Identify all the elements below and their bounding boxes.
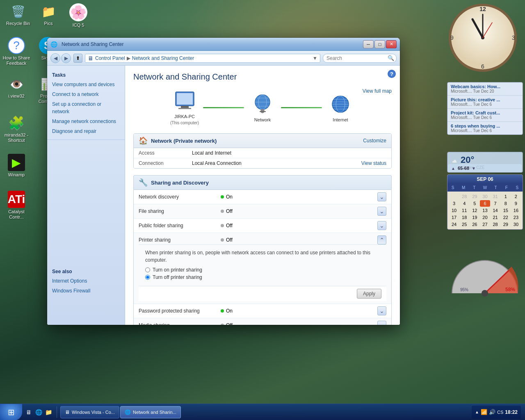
up-button[interactable]: ⬆ <box>73 54 82 63</box>
taskbar-btn-network-sharing[interactable]: 🌐 Network and Sharin... <box>120 406 181 418</box>
media-sharing-value: Off <box>226 322 233 325</box>
desktop-icon-feedback[interactable]: ? How to Share Feedback <box>2 37 31 66</box>
printer-sharing-label: Printer sharing <box>139 237 221 243</box>
svg-point-12 <box>482 290 488 297</box>
desktop-icon-recycle-bin[interactable]: 🗑️ Recycle Bin <box>3 3 33 26</box>
ie-icon[interactable]: 🌐 <box>34 408 43 416</box>
folder-icon[interactable]: 📁 <box>44 408 52 416</box>
turn-off-printer-label: Turn off printer sharing <box>153 274 202 280</box>
sidebar-link-diagnose[interactable]: Diagnose and repair <box>47 126 125 136</box>
help-button[interactable]: ? <box>388 70 396 78</box>
news-item-1[interactable]: Webcam basics: How... Microsoft.... Tue … <box>447 82 523 96</box>
news-title-1: Webcam basics: How... <box>451 84 519 89</box>
winamp-label: Winamp <box>8 172 25 178</box>
news-item-2[interactable]: Picture this: creative ... Microsoft....… <box>447 96 523 109</box>
turn-off-printer-sharing-option[interactable]: Turn off printer sharing <box>145 274 380 280</box>
main-content: ? Network and Sharing Center View full m… <box>125 66 400 325</box>
search-input[interactable] <box>323 54 397 63</box>
turn-on-printer-sharing-option[interactable]: Turn on printer sharing <box>145 267 380 273</box>
password-protected-value: On <box>226 308 233 314</box>
tray-time: 18:22 <box>505 409 518 415</box>
sidebar-link-connect[interactable]: Connect to a network <box>47 89 125 99</box>
taskbar-right: ▲ 📶 🔊 CS 18:22 <box>468 406 525 419</box>
password-protected-label: Password protected sharing <box>139 308 221 314</box>
svg-rect-25 <box>261 109 264 111</box>
connection-row: Connection Local Area Connection View st… <box>134 158 391 168</box>
clock-widget: 12 3 6 9 <box>447 2 523 78</box>
desktop-icon-ati[interactable]: ATi Catalyst Contr... <box>2 191 31 220</box>
printer-sharing-collapse[interactable]: ⌄ <box>377 235 386 244</box>
maximize-button[interactable]: □ <box>374 40 385 48</box>
file-sharing-row: File sharing Off ⌄ <box>134 204 391 219</box>
printer-sharing-header: Printer sharing Off ⌄ <box>139 235 386 244</box>
taskbar-buttons: 🖥 Windows Vista - Co... 🌐 Network and Sh… <box>59 406 468 418</box>
icq-label: ICQ 5 <box>73 23 84 28</box>
window-controls: ─ □ ✕ <box>363 40 397 48</box>
sidebar-link-manage[interactable]: Manage network connections <box>47 116 125 126</box>
show-desktop-icon[interactable]: 🖥 <box>25 408 33 416</box>
sidebar-link-setup[interactable]: Set up a connection or network <box>47 99 125 116</box>
winamp-icon: ▶ <box>8 154 25 171</box>
file-sharing-dot <box>221 210 224 213</box>
network-map: JIRKA-PC (This computer) <box>133 88 392 125</box>
apply-button[interactable]: Apply <box>357 289 381 299</box>
taskbar-btn-vista-icon: 🖥 <box>65 409 70 415</box>
customize-link[interactable]: Customize <box>363 138 386 144</box>
desktop-icon-pics[interactable]: 📁 Pics <box>34 3 63 26</box>
media-sharing-status: Off <box>221 322 377 325</box>
news-item-3[interactable]: Project kit: Craft cust... Microsoft....… <box>447 109 523 122</box>
file-sharing-expand[interactable]: ⌄ <box>377 207 386 216</box>
turn-off-printer-radio[interactable] <box>145 275 150 280</box>
taskbar-btn-windows-vista[interactable]: 🖥 Windows Vista - Co... <box>60 406 119 418</box>
window-body: Tasks View computers and devices Connect… <box>47 66 400 325</box>
access-value: Local and Internet <box>192 150 386 156</box>
desktop-icon-winamp[interactable]: ▶ Winamp <box>2 154 31 178</box>
public-folder-expand[interactable]: ⌄ <box>377 221 386 230</box>
access-label: Access <box>139 150 192 156</box>
media-sharing-expand[interactable]: ⌄ <box>377 321 386 325</box>
sidebar-link-internet-options[interactable]: Internet Options <box>47 276 125 286</box>
desktop-icon-iview[interactable]: 👁️ i.view32 <box>2 76 31 99</box>
breadcrumb[interactable]: 🖥 Control Panel ▶ Network and Sharing Ce… <box>85 54 320 63</box>
calendar-days-header: SMTWTFS <box>447 184 523 192</box>
taskbar-btn-vista-label: Windows Vista - Co... <box>72 410 115 415</box>
file-sharing-label: File sharing <box>139 208 221 214</box>
svg-text:95%: 95% <box>460 288 468 292</box>
printer-sharing-status: Off <box>221 237 377 243</box>
tray-locale: CS <box>497 410 503 415</box>
printer-sharing-value: Off <box>226 237 233 243</box>
recycle-bin-label: Recycle Bin <box>6 21 30 26</box>
svg-text:58%: 58% <box>505 287 515 292</box>
calendar-grid: 28 29 30 31 1 2 3 4 5 6 7 8 9 10 11 12 1… <box>447 192 523 229</box>
printer-sharing-expanded: When printer sharing is on, people with … <box>139 244 386 286</box>
file-sharing-value: Off <box>226 208 233 214</box>
calendar-widget: SEP 06 SMTWTFS 28 29 30 31 1 2 3 4 5 6 7… <box>447 174 523 230</box>
breadcrumb-control-panel[interactable]: Control Panel <box>95 55 125 61</box>
start-button[interactable] <box>0 404 22 420</box>
close-button[interactable]: ✕ <box>386 40 397 48</box>
turn-on-printer-radio[interactable] <box>145 267 150 272</box>
breadcrumb-network-sharing[interactable]: Network and Sharing Center <box>132 55 194 61</box>
taskbar-quick-launch: 🖥 🌐 📁 <box>22 408 55 416</box>
desktop-icon-miranda[interactable]: 🧩 miranda32 - Shortcut <box>2 115 31 143</box>
connection-value: Local Area Connection <box>192 160 361 166</box>
slider-widget: ▲ 65-68 ▼ <box>448 164 522 172</box>
back-button[interactable]: ◀ <box>50 53 60 63</box>
news-title-4: 6 steps when buying ... <box>451 123 519 128</box>
svg-text:6: 6 <box>481 63 484 70</box>
news-item-4[interactable]: 6 steps when buying ... Microsoft.... Tu… <box>447 122 523 135</box>
minimize-button[interactable]: ─ <box>363 40 374 48</box>
sidebar-link-firewall[interactable]: Windows Firewall <box>47 286 125 296</box>
svg-text:9: 9 <box>450 34 454 41</box>
network-discovery-expand[interactable]: ⌄ <box>377 192 386 201</box>
tray-up-arrow[interactable]: ▲ <box>475 410 479 414</box>
forward-button[interactable]: ▶ <box>61 53 71 63</box>
tray-volume-icon[interactable]: 🔊 <box>489 409 495 415</box>
sidebar-link-view-computers[interactable]: View computers and devices <box>47 80 125 89</box>
password-protected-expand[interactable]: ⌄ <box>377 306 386 315</box>
network-info-title: Network (Private network) <box>151 138 217 144</box>
iview-icon: 👁️ <box>8 76 25 92</box>
view-status-link[interactable]: View status <box>361 160 386 166</box>
network-map-container: View full map JIRKA-PC <box>133 88 392 125</box>
desktop-icon-icq[interactable]: 🌸 ICQ 5 <box>64 3 93 28</box>
